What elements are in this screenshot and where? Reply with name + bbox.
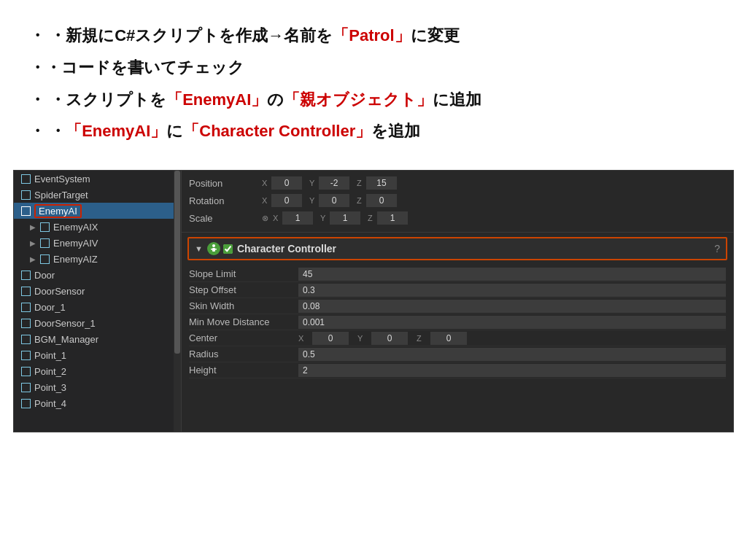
scale-values: ⊗ X Y Z [262, 211, 726, 225]
instruction-line-1: ・新規にC#スクリプトを作成→名前を「Patrol」に変更 [29, 20, 718, 51]
rotation-y-input[interactable] [319, 194, 349, 207]
cube-icon-enemyaiz [40, 254, 50, 264]
prop-radius: Radius [189, 346, 726, 362]
center-z-input[interactable] [430, 332, 467, 345]
cube-icon-door1 [21, 303, 31, 312]
line3-highlight2: 「親オブジェクト」 [284, 90, 433, 109]
position-x-input[interactable] [271, 176, 302, 190]
scale-z-input[interactable] [377, 211, 408, 225]
cube-icon-point4 [21, 399, 31, 408]
cube-icon-door [21, 271, 31, 280]
hierarchy-item-point4[interactable]: Point_4 [14, 395, 181, 411]
rotation-x-field: X [262, 194, 302, 207]
rotation-z-input[interactable] [366, 194, 397, 207]
position-label: Position [189, 178, 262, 189]
svg-rect-1 [212, 248, 215, 252]
line1-prefix: ・新規にC#スクリプトを作成→名前を [50, 26, 333, 44]
cube-icon-spidertarget [21, 190, 31, 200]
transform-section: Position X Y Z Rot [182, 171, 733, 233]
rotation-label: Rotation [189, 195, 262, 206]
hierarchy-item-enemyaiz[interactable]: ▶ EnemyAIZ [14, 251, 181, 267]
hierarchy-item-enemyaiv[interactable]: ▶ EnemyAIV [14, 235, 181, 251]
step-offset-input[interactable] [298, 284, 726, 297]
arrow-icon-enemyaiz: ▶ [30, 255, 36, 263]
hierarchy-item-door[interactable]: Door [14, 267, 181, 283]
position-y-input[interactable] [319, 176, 349, 190]
line3-suffix: に追加 [433, 90, 481, 109]
hierarchy-item-enemyai[interactable]: EnemyAI [14, 203, 181, 219]
scale-x-field: X [273, 211, 313, 225]
hierarchy-item-point3[interactable]: Point_3 [14, 379, 181, 395]
cube-icon-point1 [21, 351, 31, 360]
position-z-input[interactable] [366, 176, 397, 190]
inspector-panel: Position X Y Z Rot [182, 171, 733, 432]
arrow-icon-enemyaiv: ▶ [30, 239, 36, 247]
position-y-field: Y [309, 176, 349, 190]
component-title-label: Character Controller [237, 243, 714, 254]
rotation-x-input[interactable] [271, 194, 302, 207]
line3-middle: の [267, 90, 284, 109]
hierarchy-item-point2[interactable]: Point_2 [14, 363, 181, 379]
hierarchy-item-bgmmanager[interactable]: BGM_Manager [14, 331, 181, 347]
scrollbar-thumb [174, 171, 180, 354]
line3-prefix: ・スクリプトを [50, 90, 166, 109]
prop-min-move-distance: Min Move Distance [189, 314, 726, 330]
hierarchy-scrollbar[interactable] [174, 171, 181, 432]
prop-skin-width: Skin Width [189, 298, 726, 314]
instruction-list: ・新規にC#スクリプトを作成→名前を「Patrol」に変更 ・コードを書いてチェ… [29, 20, 718, 147]
height-input[interactable] [298, 364, 726, 377]
rotation-z-field: Z [357, 194, 397, 207]
slope-limit-input[interactable] [298, 268, 726, 281]
hierarchy-item-doorsensor[interactable]: DoorSensor [14, 283, 181, 299]
line4-prefix: ・ [50, 122, 66, 140]
scale-label: Scale [189, 213, 262, 224]
hierarchy-panel: EventSystem SpiderTarget EnemyAI ▶ Enemy… [14, 171, 182, 432]
component-enabled-checkbox[interactable] [223, 244, 233, 254]
properties-section: Slope Limit Step Offset Skin Width Min M… [182, 265, 733, 380]
min-move-distance-input[interactable] [298, 316, 726, 329]
component-help-icon[interactable]: ? [714, 243, 720, 254]
rotation-y-field: Y [309, 194, 349, 207]
prop-center: Center X Y Z [189, 330, 726, 346]
component-icon [207, 242, 220, 255]
component-collapse-arrow: ▼ [195, 244, 203, 253]
line4-highlight1: 「EnemyAI」 [66, 122, 166, 140]
hierarchy-item-enemyaix[interactable]: ▶ EnemyAIX [14, 219, 181, 235]
cube-icon-enemyaix [40, 222, 50, 232]
instructions-section: ・新規にC#スクリプトを作成→名前を「Patrol」に変更 ・コードを書いてチェ… [0, 0, 747, 163]
radius-input[interactable] [298, 348, 726, 361]
prop-height: Height [189, 362, 726, 378]
scale-z-field: Z [368, 211, 408, 225]
hierarchy-item-door1[interactable]: Door_1 [14, 299, 181, 315]
line4-suffix: を追加 [371, 122, 420, 140]
center-xyz-fields: X Y Z [298, 332, 467, 345]
rotation-row: Rotation X Y Z [189, 192, 726, 209]
position-z-field: Z [357, 176, 397, 190]
scale-row: Scale ⊗ X Y Z [189, 210, 726, 226]
position-x-field: X [262, 176, 302, 190]
character-controller-header[interactable]: ▼ Character Controller ? [187, 237, 727, 260]
link-icon: ⊗ [262, 214, 268, 223]
enemyai-label: EnemyAI [34, 204, 82, 218]
scale-x-input[interactable] [282, 211, 313, 225]
rotation-values: X Y Z [262, 194, 726, 207]
cube-icon-eventsystem [21, 174, 31, 184]
hierarchy-item-spidertarget[interactable]: SpiderTarget [14, 187, 181, 203]
cube-icon-enemyai [21, 206, 31, 216]
cube-icon-point2 [21, 367, 31, 376]
svg-rect-3 [214, 249, 217, 250]
line4-highlight2: 「Character Controller」 [183, 122, 371, 140]
hierarchy-item-eventsystem[interactable]: EventSystem [14, 171, 181, 187]
cube-icon-point3 [21, 383, 31, 392]
hierarchy-item-point1[interactable]: Point_1 [14, 347, 181, 363]
skin-width-input[interactable] [298, 300, 726, 313]
center-x-input[interactable] [312, 332, 349, 345]
position-values: X Y Z [262, 176, 726, 190]
center-y-input[interactable] [371, 332, 408, 345]
instruction-line-2: ・コードを書いてチェック [29, 52, 718, 83]
line1-highlight: 「Patrol」 [333, 26, 410, 44]
scale-y-input[interactable] [330, 211, 360, 225]
scale-y-field: Y [320, 211, 360, 225]
hierarchy-item-doorsensor1[interactable]: DoorSensor_1 [14, 315, 181, 331]
svg-rect-2 [211, 249, 213, 250]
